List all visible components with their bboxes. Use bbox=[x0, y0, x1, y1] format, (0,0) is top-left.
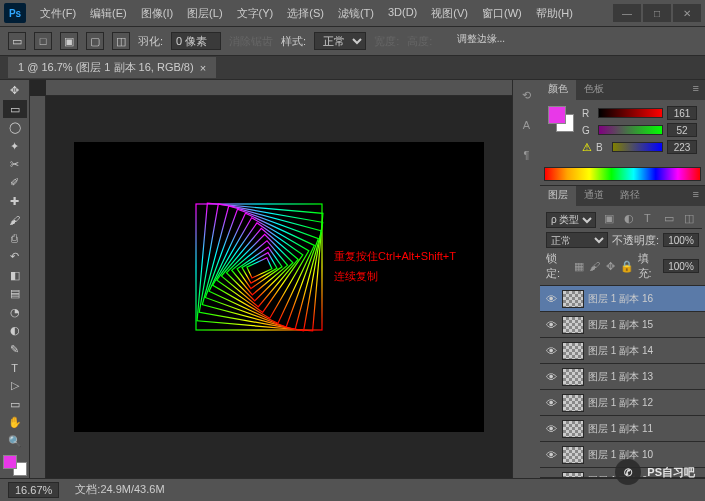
lock-move-icon[interactable]: ✥ bbox=[604, 259, 618, 273]
filter-smart-icon[interactable]: ◫ bbox=[684, 212, 698, 226]
color-panel-menu-icon[interactable]: ≡ bbox=[687, 80, 705, 100]
layer-row[interactable]: 👁图层 1 副本 13 bbox=[540, 364, 705, 390]
move-tool[interactable]: ✥ bbox=[3, 82, 27, 99]
lock-trans-icon[interactable]: ▦ bbox=[572, 259, 586, 273]
hue-ramp[interactable] bbox=[544, 167, 701, 181]
doc-tab-close-icon[interactable]: × bbox=[200, 62, 206, 74]
sel-int-icon[interactable]: ◫ bbox=[112, 32, 130, 50]
menu-view[interactable]: 视图(V) bbox=[425, 3, 474, 24]
layer-row[interactable]: 👁图层 1 副本 11 bbox=[540, 416, 705, 442]
dodge-tool[interactable]: ◐ bbox=[3, 322, 27, 339]
layer-thumbnail[interactable] bbox=[562, 342, 584, 360]
layer-thumbnail[interactable] bbox=[562, 394, 584, 412]
r-input[interactable] bbox=[667, 106, 697, 120]
layer-thumbnail[interactable] bbox=[562, 368, 584, 386]
pen-tool[interactable]: ✎ bbox=[3, 340, 27, 357]
lock-all-icon[interactable]: 🔒 bbox=[620, 259, 634, 273]
sel-sub-icon[interactable]: ▢ bbox=[86, 32, 104, 50]
color-tab[interactable]: 颜色 bbox=[540, 80, 576, 100]
sel-add-icon[interactable]: ▣ bbox=[60, 32, 78, 50]
layers-panel-menu-icon[interactable]: ≡ bbox=[687, 186, 705, 206]
history-panel-icon[interactable]: ⟲ bbox=[516, 84, 538, 106]
sel-new-icon[interactable]: □ bbox=[34, 32, 52, 50]
refine-edge-button[interactable]: 调整边缘... bbox=[457, 32, 505, 46]
visibility-icon[interactable]: 👁 bbox=[544, 344, 558, 358]
opacity-input[interactable] bbox=[663, 233, 699, 247]
paths-tab[interactable]: 路径 bbox=[612, 186, 648, 206]
heal-tool[interactable]: ✚ bbox=[3, 193, 27, 210]
hand-tool[interactable]: ✋ bbox=[3, 414, 27, 431]
marquee-icon[interactable]: ▭ bbox=[8, 32, 26, 50]
visibility-icon[interactable]: 👁 bbox=[544, 422, 558, 436]
layer-kind-select[interactable]: ρ 类型 bbox=[546, 212, 596, 228]
menu-help[interactable]: 帮助(H) bbox=[530, 3, 579, 24]
layer-row[interactable]: 👁图层 1 副本 16 bbox=[540, 286, 705, 312]
layer-thumbnail[interactable] bbox=[562, 472, 584, 478]
shape-tool[interactable]: ▭ bbox=[3, 396, 27, 413]
document-tab[interactable]: 1 @ 16.7% (图层 1 副本 16, RGB/8) × bbox=[8, 57, 216, 78]
style-select[interactable]: 正常 bbox=[314, 32, 366, 50]
b-input[interactable] bbox=[667, 140, 697, 154]
menu-filter[interactable]: 滤镜(T) bbox=[332, 3, 380, 24]
minimize-button[interactable]: — bbox=[613, 4, 641, 22]
swatches-tab[interactable]: 色板 bbox=[576, 80, 612, 100]
zoom-tool[interactable]: 🔍 bbox=[3, 433, 27, 450]
canvas-viewport[interactable]: 重复按住Ctrl+Alt+Shift+T 连续复制 bbox=[46, 96, 512, 478]
filter-type-icon[interactable]: T bbox=[644, 212, 658, 226]
lock-paint-icon[interactable]: 🖌 bbox=[588, 259, 602, 273]
filter-adjust-icon[interactable]: ◐ bbox=[624, 212, 638, 226]
color-preview[interactable] bbox=[548, 106, 574, 132]
eraser-tool[interactable]: ◧ bbox=[3, 267, 27, 284]
menu-select[interactable]: 选择(S) bbox=[281, 3, 330, 24]
menu-image[interactable]: 图像(I) bbox=[135, 3, 179, 24]
crop-tool[interactable]: ✂ bbox=[3, 156, 27, 173]
r-slider[interactable] bbox=[598, 108, 663, 118]
marquee-tool[interactable]: ▭ bbox=[3, 100, 27, 117]
layer-row[interactable]: 👁图层 1 副本 12 bbox=[540, 390, 705, 416]
menu-3d[interactable]: 3D(D) bbox=[382, 3, 423, 24]
g-input[interactable] bbox=[667, 123, 697, 137]
menu-edit[interactable]: 编辑(E) bbox=[84, 3, 133, 24]
brush-tool[interactable]: 🖌 bbox=[3, 211, 27, 228]
type-tool[interactable]: T bbox=[3, 359, 27, 376]
gradient-tool[interactable]: ▤ bbox=[3, 285, 27, 302]
menu-layer[interactable]: 图层(L) bbox=[181, 3, 228, 24]
path-tool[interactable]: ▷ bbox=[3, 377, 27, 394]
eyedropper-tool[interactable]: ✐ bbox=[3, 174, 27, 191]
ruler-vertical[interactable] bbox=[30, 96, 46, 478]
blur-tool[interactable]: ◔ bbox=[3, 303, 27, 320]
blend-mode-select[interactable]: 正常 bbox=[546, 232, 608, 248]
foreground-color[interactable] bbox=[3, 455, 17, 469]
channels-tab[interactable]: 通道 bbox=[576, 186, 612, 206]
visibility-icon[interactable]: 👁 bbox=[544, 474, 558, 478]
zoom-readout[interactable]: 16.67% bbox=[8, 482, 59, 498]
visibility-icon[interactable]: 👁 bbox=[544, 370, 558, 384]
lasso-tool[interactable]: ◯ bbox=[3, 119, 27, 136]
layer-list[interactable]: 👁图层 1 副本 16👁图层 1 副本 15👁图层 1 副本 14👁图层 1 副… bbox=[540, 286, 705, 477]
filter-image-icon[interactable]: ▣ bbox=[604, 212, 618, 226]
g-slider[interactable] bbox=[598, 125, 663, 135]
menu-file[interactable]: 文件(F) bbox=[34, 3, 82, 24]
layer-thumbnail[interactable] bbox=[562, 446, 584, 464]
layers-tab[interactable]: 图层 bbox=[540, 186, 576, 206]
menu-type[interactable]: 文字(Y) bbox=[231, 3, 280, 24]
layer-row[interactable]: 👁图层 1 副本 15 bbox=[540, 312, 705, 338]
character-panel-icon[interactable]: A bbox=[516, 114, 538, 136]
stamp-tool[interactable]: ⎙ bbox=[3, 230, 27, 247]
wand-tool[interactable]: ✦ bbox=[3, 137, 27, 154]
close-button[interactable]: ✕ bbox=[673, 4, 701, 22]
history-brush-tool[interactable]: ↶ bbox=[3, 248, 27, 265]
paragraph-panel-icon[interactable]: ¶ bbox=[516, 144, 538, 166]
canvas-document[interactable]: 重复按住Ctrl+Alt+Shift+T 连续复制 bbox=[74, 142, 484, 432]
visibility-icon[interactable]: 👁 bbox=[544, 396, 558, 410]
visibility-icon[interactable]: 👁 bbox=[544, 448, 558, 462]
color-swatches[interactable] bbox=[3, 455, 27, 476]
fill-input[interactable] bbox=[663, 259, 699, 273]
layer-thumbnail[interactable] bbox=[562, 420, 584, 438]
layer-row[interactable]: 👁图层 1 副本 14 bbox=[540, 338, 705, 364]
layer-thumbnail[interactable] bbox=[562, 316, 584, 334]
visibility-icon[interactable]: 👁 bbox=[544, 318, 558, 332]
b-slider[interactable] bbox=[612, 142, 663, 152]
fg-preview[interactable] bbox=[548, 106, 566, 124]
maximize-button[interactable]: □ bbox=[643, 4, 671, 22]
